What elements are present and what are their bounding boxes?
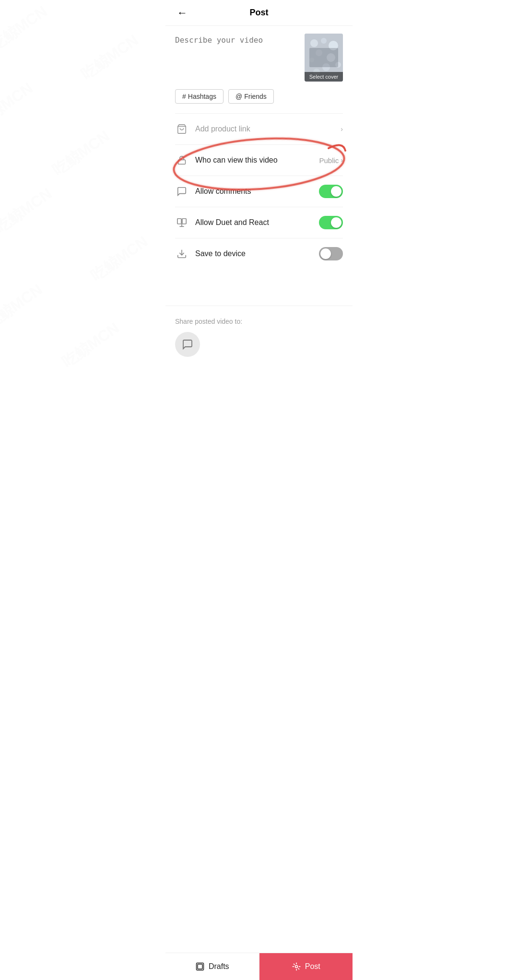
- tags-row: # Hashtags @ Friends: [175, 89, 343, 104]
- visibility-value: Public: [319, 156, 339, 165]
- chevron-right-icon: ›: [341, 156, 343, 164]
- toggle-knob-duet: [331, 217, 341, 228]
- toggle-knob: [331, 186, 341, 197]
- save-to-device-toggle[interactable]: [319, 247, 343, 260]
- allow-comments-toggle[interactable]: [319, 185, 343, 198]
- cover-label[interactable]: Select cover: [305, 72, 343, 82]
- share-section: Share posted video to:: [165, 306, 353, 365]
- allow-duet-label: Allow Duet and React: [195, 218, 319, 227]
- svg-rect-15: [182, 219, 186, 224]
- allow-duet-row: Allow Duet and React: [175, 207, 343, 238]
- cart-icon: [175, 122, 188, 136]
- product-link-placeholder: Add product link: [195, 125, 341, 133]
- toggle-knob-save: [320, 248, 331, 259]
- hashtags-button[interactable]: # Hashtags: [175, 89, 224, 104]
- save-to-device-row: Save to device: [175, 238, 343, 269]
- allow-duet-toggle[interactable]: [319, 216, 343, 229]
- allow-comments-row: Allow comments: [175, 176, 343, 207]
- product-link-chevron: ›: [341, 125, 343, 133]
- description-row: Select cover: [175, 34, 343, 82]
- chevron-right-icon: ›: [341, 125, 343, 133]
- hashtags-label: Hashtags: [188, 93, 216, 100]
- share-messages-icon[interactable]: [175, 332, 200, 357]
- friends-button[interactable]: @ Friends: [228, 89, 274, 104]
- description-input[interactable]: [175, 34, 299, 72]
- hashtag-icon: #: [182, 93, 186, 100]
- page-title: Post: [249, 8, 268, 18]
- product-link-row[interactable]: Add product link ›: [175, 113, 343, 144]
- lock-icon: [175, 153, 188, 167]
- svg-rect-14: [177, 219, 181, 224]
- svg-rect-13: [178, 160, 186, 164]
- content-area: Select cover # Hashtags @ Friends: [165, 26, 353, 277]
- cover-thumbnail[interactable]: Select cover: [305, 34, 343, 82]
- allow-comments-label: Allow comments: [195, 187, 319, 196]
- who-can-view-row[interactable]: Who can view this video Public ›: [175, 144, 343, 176]
- who-can-view-value: Public ›: [319, 156, 343, 165]
- share-label: Share posted video to:: [175, 318, 343, 325]
- who-can-view-label: Who can view this video: [195, 156, 319, 165]
- duet-icon: [175, 216, 188, 229]
- comment-icon: [175, 185, 188, 198]
- download-icon: [175, 247, 188, 260]
- save-to-device-label: Save to device: [195, 249, 319, 258]
- header: ← Post: [165, 0, 353, 26]
- friends-label: Friends: [244, 93, 267, 100]
- share-icons-row: [175, 332, 343, 357]
- at-icon: @: [235, 93, 242, 100]
- back-button[interactable]: ←: [175, 5, 189, 21]
